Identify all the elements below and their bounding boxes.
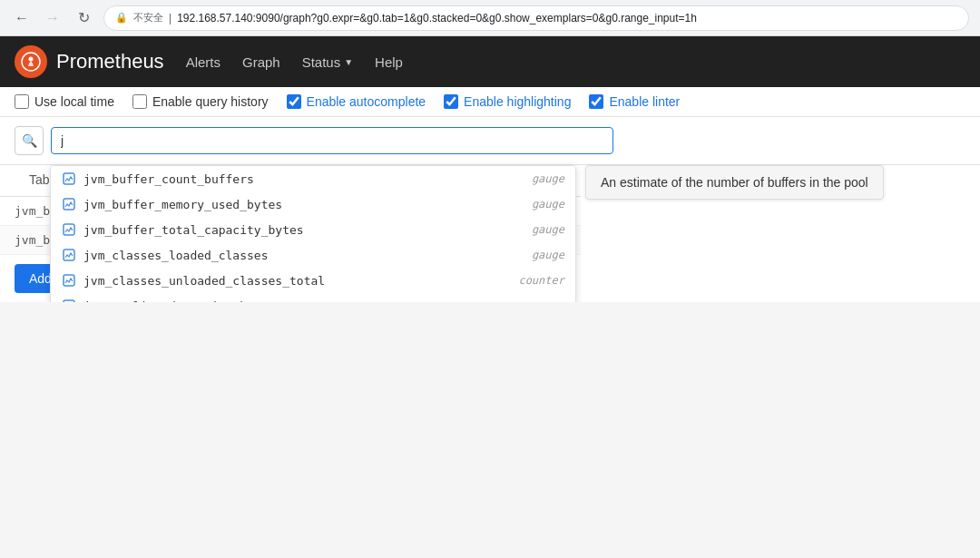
enable-linter-checkbox[interactable] bbox=[589, 94, 603, 109]
svg-rect-3 bbox=[64, 199, 74, 210]
main-content: 🔍 Table ‹ jvm_b job="springboot-demo"} bbox=[0, 117, 980, 302]
svg-rect-7 bbox=[64, 300, 74, 302]
prometheus-logo-icon bbox=[21, 52, 41, 72]
item-name-0: jvm_buffer_count_buffers bbox=[83, 172, 254, 186]
navbar-graph[interactable]: Graph bbox=[242, 51, 280, 73]
toolbar: Use local time Enable query history Enab… bbox=[0, 87, 980, 117]
enable-query-history-checkbox[interactable] bbox=[132, 94, 147, 109]
metric-icon bbox=[62, 299, 76, 302]
svg-rect-4 bbox=[64, 224, 74, 235]
autocomplete-item[interactable]: jvm_gc_live_data_size_bytes gauge bbox=[51, 293, 575, 302]
autocomplete-dropdown: jvm_buffer_count_buffers gauge jvm_buffe… bbox=[50, 165, 576, 302]
tooltip-text: An estimate of the number of buffers in … bbox=[601, 175, 868, 190]
navbar-help[interactable]: Help bbox=[375, 51, 403, 73]
metric-icon bbox=[62, 197, 76, 211]
enable-autocomplete-checkbox[interactable] bbox=[287, 94, 301, 109]
svg-rect-6 bbox=[64, 275, 74, 286]
enable-highlighting-label: Enable highlighting bbox=[464, 94, 571, 109]
use-local-time-checkbox[interactable] bbox=[15, 94, 29, 109]
table-row-label-1: jvm_b bbox=[15, 204, 50, 218]
brand-name: Prometheus bbox=[56, 50, 164, 73]
autocomplete-item[interactable]: jvm_classes_unloaded_classes_total count… bbox=[51, 268, 575, 293]
item-type-3: gauge bbox=[532, 249, 564, 261]
use-local-time-label: Use local time bbox=[34, 94, 114, 109]
enable-query-history-label: Enable query history bbox=[152, 94, 269, 109]
metric-icon bbox=[62, 273, 76, 288]
navbar-status[interactable]: Status ▼ bbox=[302, 54, 353, 70]
autocomplete-item[interactable]: jvm_buffer_total_capacity_bytes gauge bbox=[51, 217, 575, 242]
item-type-4: counter bbox=[518, 274, 564, 287]
autocomplete-item[interactable]: jvm_buffer_memory_used_bytes gauge bbox=[51, 191, 575, 217]
content-area: Table ‹ jvm_b job="springboot-demo"} jvm… bbox=[0, 165, 980, 302]
enable-highlighting-toggle[interactable]: Enable highlighting bbox=[444, 94, 571, 109]
security-warning: 不安全 bbox=[133, 11, 163, 24]
search-icon: 🔍 bbox=[22, 133, 37, 148]
search-icon-wrap: 🔍 bbox=[15, 126, 44, 155]
item-type-5: gauge bbox=[532, 299, 564, 302]
svg-rect-5 bbox=[64, 250, 74, 260]
autocomplete-item[interactable]: jvm_buffer_count_buffers gauge bbox=[51, 166, 575, 191]
item-name-3: jvm_classes_loaded_classes bbox=[83, 249, 269, 262]
lock-icon: 🔒 bbox=[115, 12, 128, 24]
enable-autocomplete-toggle[interactable]: Enable autocomplete bbox=[287, 94, 426, 109]
enable-linter-toggle[interactable]: Enable linter bbox=[589, 94, 680, 109]
tooltip-box: An estimate of the number of buffers in … bbox=[585, 165, 884, 200]
metric-icon bbox=[62, 222, 76, 237]
enable-linter-label: Enable linter bbox=[609, 94, 680, 109]
url-text: | bbox=[169, 12, 172, 24]
address-bar: 🔒 不安全 | 192.168.57.140:9090/graph?g0.exp… bbox=[103, 5, 969, 31]
navbar-alerts[interactable]: Alerts bbox=[186, 51, 220, 73]
chevron-down-icon: ▼ bbox=[344, 57, 353, 67]
item-name-5: jvm_gc_live_data_size_bytes bbox=[83, 299, 275, 303]
enable-highlighting-checkbox[interactable] bbox=[444, 94, 458, 109]
search-input[interactable] bbox=[51, 127, 613, 154]
item-name-2: jvm_buffer_total_capacity_bytes bbox=[83, 223, 304, 237]
metric-icon bbox=[62, 171, 76, 186]
brand: Prometheus bbox=[15, 45, 164, 78]
navbar-status-label: Status bbox=[302, 54, 341, 70]
enable-query-history-toggle[interactable]: Enable query history bbox=[132, 94, 269, 109]
item-type-2: gauge bbox=[532, 223, 564, 236]
metric-icon bbox=[62, 248, 76, 262]
autocomplete-item[interactable]: jvm_classes_loaded_classes gauge bbox=[51, 242, 575, 268]
prometheus-logo bbox=[15, 45, 47, 78]
svg-point-1 bbox=[29, 57, 34, 62]
forward-button[interactable]: → bbox=[42, 7, 64, 29]
navbar: Prometheus Alerts Graph Status ▼ Help bbox=[0, 36, 980, 87]
item-name-1: jvm_buffer_memory_used_bytes bbox=[83, 198, 282, 211]
search-bar: 🔍 bbox=[0, 117, 980, 165]
table-row-label-2: jvm_b bbox=[15, 233, 50, 247]
enable-autocomplete-label: Enable autocomplete bbox=[307, 94, 426, 109]
item-type-1: gauge bbox=[532, 198, 564, 210]
svg-rect-2 bbox=[64, 173, 74, 184]
back-button[interactable]: ← bbox=[11, 7, 33, 29]
item-name-4: jvm_classes_unloaded_classes_total bbox=[83, 274, 325, 288]
url-display: 192.168.57.140:9090/graph?g0.expr=&g0.ta… bbox=[177, 12, 697, 24]
use-local-time-toggle[interactable]: Use local time bbox=[15, 94, 114, 109]
item-type-0: gauge bbox=[532, 172, 564, 185]
reload-button[interactable]: ↻ bbox=[73, 7, 94, 29]
browser-bar: ← → ↻ 🔒 不安全 | 192.168.57.140:9090/graph?… bbox=[0, 0, 980, 36]
